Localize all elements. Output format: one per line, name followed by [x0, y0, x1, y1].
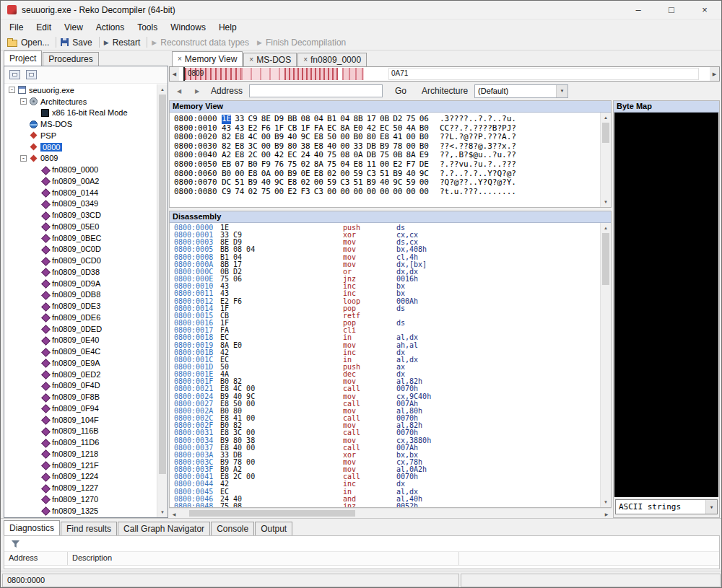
- chevron-down-icon[interactable]: ▼: [705, 500, 717, 514]
- disassembly-line[interactable]: 0800:00198A E0movah,al: [174, 342, 600, 349]
- forward-icon[interactable]: ▶: [190, 84, 204, 98]
- doc-tab-fn0809-0000[interactable]: ×fn0809_0000: [297, 53, 367, 66]
- memory-scrollbar[interactable]: ▲ ▼: [600, 113, 611, 207]
- byte-map-canvas[interactable]: [614, 113, 718, 497]
- tab-project[interactable]: Project: [4, 51, 42, 66]
- tree-item[interactable]: fn0809_104F: [4, 414, 157, 426]
- tab-console[interactable]: Console: [211, 522, 254, 535]
- memory-byte[interactable]: B9: [248, 178, 258, 188]
- tree-item[interactable]: -Architectures: [4, 96, 157, 107]
- memory-byte[interactable]: D9: [274, 115, 284, 124]
- disassembly-line[interactable]: 0800:0031E8 3C 00call0070h: [174, 429, 600, 436]
- memory-byte[interactable]: 41: [393, 133, 402, 142]
- memory-byte[interactable]: B0: [248, 160, 258, 170]
- tree-expander-icon[interactable]: -: [20, 98, 27, 105]
- memory-byte[interactable]: B9: [367, 178, 376, 188]
- menu-tools[interactable]: Tools: [131, 21, 164, 34]
- tree-item[interactable]: fn0809_1325: [4, 505, 157, 517]
- tab-procedures[interactable]: Procedures: [43, 52, 98, 66]
- project-tree-scrollbar[interactable]: ▲ ▼: [157, 84, 168, 517]
- disassembly-line[interactable]: 0800:001043incbx: [174, 283, 600, 290]
- tree-item[interactable]: fn0809_0CD0: [4, 255, 157, 266]
- memory-byte[interactable]: 00: [274, 188, 284, 197]
- memory-byte[interactable]: 33: [235, 115, 244, 124]
- memory-byte[interactable]: 0B: [380, 115, 389, 124]
- memory-byte[interactable]: 51: [354, 178, 363, 188]
- tree-item[interactable]: fn0809_0E4C: [4, 346, 157, 357]
- tree-item[interactable]: PSP: [4, 130, 157, 141]
- memory-byte[interactable]: 74: [235, 188, 244, 197]
- memory-byte[interactable]: 02: [248, 188, 258, 197]
- hex-dump[interactable]: 0800:00001E33C98ED9BB0804B1048B170BD2750…: [170, 113, 600, 207]
- tree-item[interactable]: fn0809_0BEC: [4, 232, 157, 244]
- memory-byte[interactable]: 75: [287, 160, 297, 170]
- disassembly-listing[interactable]: 0800:00001Epushds0800:000133 C9xorcx,cx0…: [170, 223, 600, 507]
- tree-item[interactable]: fn0809_0144: [4, 187, 157, 198]
- tab-output[interactable]: Output: [255, 522, 292, 535]
- memory-byte[interactable]: 11: [367, 160, 376, 170]
- memory-byte[interactable]: 4C: [248, 133, 258, 142]
- tree-expander-icon[interactable]: -: [9, 87, 15, 93]
- scroll-down-icon[interactable]: ▼: [157, 507, 168, 517]
- memory-row[interactable]: 0800:0050EB07B0F97675028A7504E81100E2F7D…: [174, 160, 600, 170]
- memory-byte[interactable]: B9: [274, 133, 284, 142]
- memory-byte[interactable]: E2: [393, 160, 402, 170]
- memory-byte[interactable]: 00: [340, 133, 349, 142]
- memory-byte[interactable]: 8B: [354, 115, 363, 124]
- tree-item[interactable]: fn0809_0DE6: [4, 312, 157, 323]
- menu-edit[interactable]: Edit: [30, 21, 58, 34]
- memory-byte[interactable]: 75: [406, 115, 416, 124]
- memory-byte[interactable]: D2: [393, 115, 402, 124]
- tree-item[interactable]: -0809: [4, 153, 157, 164]
- memory-byte[interactable]: 04: [314, 115, 323, 124]
- close-icon[interactable]: ×: [688, 1, 721, 19]
- memory-byte[interactable]: C3: [340, 178, 349, 188]
- tree-item[interactable]: fn0809_0DB8: [4, 289, 157, 301]
- byte-map-view-select[interactable]: ASCII strings ▼: [615, 499, 718, 514]
- tree-item[interactable]: MS-DOS: [4, 118, 157, 130]
- memory-byte[interactable]: B0: [419, 133, 429, 142]
- scrollbar-thumb[interactable]: [159, 95, 166, 474]
- tree-item[interactable]: fn0809_0F94: [4, 403, 157, 414]
- tree-item[interactable]: fn0809_1224: [4, 471, 157, 483]
- memory-byte[interactable]: 08: [301, 115, 310, 124]
- tree-item[interactable]: 0800: [4, 141, 157, 153]
- memory-byte[interactable]: 00: [261, 133, 271, 142]
- memory-byte[interactable]: 00: [380, 188, 389, 197]
- tree-item[interactable]: fn0809_03CD: [4, 209, 157, 221]
- memory-byte[interactable]: 82: [222, 133, 231, 142]
- tree-item[interactable]: fn0809_0D9A: [4, 278, 157, 289]
- go-button[interactable]: Go: [386, 85, 415, 97]
- tree-item[interactable]: fn0809_05E0: [4, 221, 157, 232]
- disassembly-scrollbar[interactable]: ▲ ▼: [600, 223, 611, 507]
- tree-item[interactable]: fn0809_116B: [4, 426, 157, 437]
- tree-item[interactable]: fn0809_0E9A: [4, 357, 157, 369]
- memory-byte[interactable]: 00: [314, 178, 323, 188]
- memory-byte[interactable]: E8: [380, 133, 389, 142]
- memory-byte[interactable]: F9: [261, 160, 271, 170]
- memory-byte[interactable]: 40: [287, 133, 297, 142]
- memory-row[interactable]: 0800:0070DC51B9409CE8020059C351B9409C590…: [174, 178, 600, 188]
- tab-find-results[interactable]: Find results: [61, 522, 117, 535]
- memory-byte[interactable]: 07: [235, 160, 244, 170]
- memory-byte[interactable]: E8: [314, 133, 323, 142]
- scroll-down-icon[interactable]: ▼: [601, 497, 611, 507]
- tree-item[interactable]: fn0809_0F8B: [4, 391, 157, 403]
- memory-byte[interactable]: 50: [327, 133, 336, 142]
- save-button[interactable]: Save: [58, 37, 97, 48]
- memory-byte[interactable]: 00: [406, 133, 416, 142]
- chevron-down-icon[interactable]: ▼: [556, 85, 567, 97]
- restart-button[interactable]: ▶Restart: [101, 37, 146, 48]
- memory-byte[interactable]: C9: [222, 188, 231, 197]
- memory-byte[interactable]: 00: [354, 188, 363, 197]
- memory-byte[interactable]: 00: [393, 188, 402, 197]
- tree-item[interactable]: fn0809_1227: [4, 482, 157, 493]
- scrollbar-track[interactable]: [179, 509, 601, 518]
- menu-help[interactable]: Help: [212, 21, 243, 34]
- memory-byte[interactable]: 00: [380, 160, 389, 170]
- menu-actions[interactable]: Actions: [90, 21, 131, 34]
- disassembly-line[interactable]: 0800:000E75 06jnz0016h: [174, 276, 600, 283]
- memory-byte[interactable]: 1E: [222, 115, 231, 124]
- memory-byte[interactable]: 06: [419, 115, 429, 124]
- address-input[interactable]: [249, 84, 383, 97]
